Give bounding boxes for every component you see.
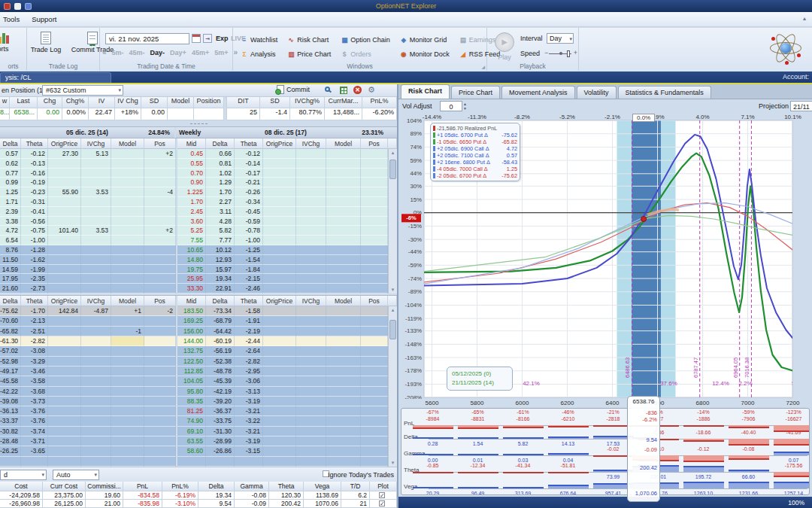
option-row[interactable]: 3.604.28-0.59 <box>177 217 388 227</box>
tab-statistics-fundamentals[interactable]: Statistics & Fundamentals <box>618 86 711 99</box>
col-header-model[interactable]: Model <box>326 296 361 306</box>
option-row[interactable]: -49.17-3.46 <box>0 367 176 376</box>
option-row[interactable]: 0.901.29-0.21 <box>177 178 388 187</box>
col-header-delta[interactable]: Delta <box>206 138 235 149</box>
col-header-origprice[interactable]: OrigPrice <box>263 138 296 149</box>
option-row[interactable]: -39.08-3.73 <box>0 397 176 406</box>
col-header-theta[interactable]: Theta <box>21 296 48 306</box>
col-header-model[interactable]: Model <box>111 138 144 149</box>
trade-log-button[interactable]: Trade Log <box>23 32 68 53</box>
interval-select[interactable]: Day <box>547 33 574 44</box>
tab-price-chart[interactable]: Price Chart <box>451 86 500 99</box>
option-row[interactable]: 21.60-2.73 <box>0 284 176 294</box>
summary-header-pnl-[interactable]: PnL% <box>162 482 198 491</box>
scrollbar-thumb[interactable] <box>389 320 396 339</box>
export-grid-icon[interactable] <box>340 87 347 94</box>
tab-risk-chart[interactable]: Risk Chart <box>401 84 450 99</box>
option-row[interactable]: 112.85-48.78-2.95 <box>177 367 388 376</box>
col-header-theta[interactable]: Theta <box>235 138 263 149</box>
projection-date-input[interactable]: 21/11 <box>790 101 812 111</box>
col-header-mid[interactable]: Mid <box>177 138 206 149</box>
option-row[interactable]: -33.37-3.76 <box>0 416 176 426</box>
rewind-icon[interactable]: « <box>102 48 107 56</box>
commit-button[interactable]: Commit <box>277 85 310 94</box>
calendar-icon[interactable] <box>192 34 201 43</box>
col-header-ivchg[interactable]: IVChg <box>81 138 111 149</box>
option-row[interactable]: 14.59-1.99 <box>0 265 176 275</box>
menu-tools[interactable]: Tools <box>3 15 20 23</box>
summary-header-theta[interactable]: Theta <box>269 482 304 491</box>
option-row[interactable]: 0.450.66-0.12 <box>177 149 388 159</box>
option-row[interactable]: -28.48-3.71 <box>0 437 176 446</box>
option-row[interactable]: 132.75-56.19-2.64 <box>177 346 388 356</box>
option-row[interactable]: 1.25-0.2355.903.53-4 <box>0 187 176 197</box>
option-row[interactable]: 1.702.27-0.34 <box>177 197 388 207</box>
summary-header-plot[interactable]: Plot <box>370 482 397 491</box>
option-row[interactable]: 0.701.02-0.17 <box>177 169 388 178</box>
summary-header-cost[interactable]: Cost <box>0 482 43 491</box>
option-row[interactable]: 14.8012.93-1.54 <box>177 255 388 265</box>
scroll-up-icon[interactable]: ▲ <box>389 306 397 314</box>
option-row[interactable]: 17.95-2.35 <box>0 274 176 284</box>
nav-5m-minus[interactable]: 5m- <box>112 49 124 56</box>
scrollbar[interactable]: ▲▼ <box>388 149 397 294</box>
option-row[interactable]: -65.82-2.51-1 <box>0 327 176 336</box>
current-price-column[interactable]: 6538.76 -836 -6.2% 9.54 -0.09 200.42 1,0… <box>627 396 660 502</box>
option-row[interactable]: 3.38-0.56 <box>0 217 176 227</box>
summary-row[interactable]: -24,209.5823,375.0019.60-834.58-6.19%19.… <box>0 491 397 500</box>
summary-header-delta[interactable]: Delta <box>198 482 235 491</box>
option-row[interactable]: 0.62-0.13 <box>0 159 176 169</box>
vol-adjust-spinner[interactable]: ▲▼ <box>463 101 470 111</box>
option-row[interactable]: 88.35-39.20-3.19 <box>177 397 388 406</box>
option-row[interactable]: -70.60-2.13 <box>0 316 176 326</box>
col-header-pos[interactable]: Pos <box>144 296 176 306</box>
option-row[interactable]: -42.22-3.68 <box>0 387 176 397</box>
option-row[interactable]: 183.50-73.34-1.58 <box>177 306 388 316</box>
option-row[interactable]: -45.58-3.58 <box>0 376 176 386</box>
col-header-mid[interactable]: Mid <box>177 296 206 306</box>
col-header-pos[interactable]: Pos <box>361 138 388 149</box>
option-row[interactable]: 63.55-28.99-3.19 <box>177 437 388 446</box>
price-mode-select[interactable]: d <box>0 470 47 480</box>
nav-5m-plus[interactable]: 5m+ <box>214 49 228 56</box>
option-row[interactable]: -36.13-3.76 <box>0 406 176 416</box>
option-row[interactable]: 81.25-36.37-3.21 <box>177 406 388 416</box>
close-position-icon[interactable]: ✕ <box>353 86 362 94</box>
exp-label[interactable]: Exp <box>216 35 229 42</box>
nav-day-minus[interactable]: Day- <box>150 49 165 56</box>
summary-header-commissi-[interactable]: Commissi... <box>86 482 123 491</box>
dialog-launcher-icon[interactable]: ◢ <box>481 64 485 69</box>
vol-adjust-input[interactable]: 0 <box>440 101 462 111</box>
summary-header-t-d[interactable]: T/D <box>341 482 370 491</box>
option-row[interactable]: 0.57-0.1227.305.13+2 <box>0 149 176 159</box>
summary-row[interactable]: -26,960.9826,125.0021.00-835.98-3.10%9.5… <box>0 500 397 508</box>
ribbon-item-price-chart[interactable]: ▥Price Chart <box>287 47 331 61</box>
nav-day-plus[interactable]: Day+ <box>170 49 186 56</box>
col-header-ivchg[interactable]: IVChg <box>296 296 326 306</box>
option-row[interactable]: 5.255.82-0.78 <box>177 226 388 236</box>
ribbon-item-analysis[interactable]: ΣAnalysis <box>241 47 277 61</box>
nav-45m-minus[interactable]: 45m- <box>129 49 145 56</box>
option-row[interactable]: 95.80-42.19-3.13 <box>177 387 388 397</box>
summary-header-gamma[interactable]: Gamma <box>235 482 269 491</box>
summary-header-curr-cost[interactable]: Curr Cost <box>43 482 86 491</box>
scroll-down-icon[interactable]: ▼ <box>389 286 397 294</box>
option-row[interactable]: 25.9519.34-2.15 <box>177 274 388 284</box>
option-row[interactable]: -61.30-2.82 <box>0 336 176 346</box>
option-row[interactable] <box>177 457 388 467</box>
search-icon[interactable] <box>325 87 330 92</box>
summary-header-vega[interactable]: Vega <box>304 482 341 491</box>
option-row[interactable]: 0.77-0.16 <box>0 169 176 178</box>
auto-select[interactable]: Auto <box>53 470 99 480</box>
speed-slider-thumb[interactable] <box>567 50 570 57</box>
option-row[interactable]: 0.99-0.19 <box>0 178 176 187</box>
document-tab-analysis-cl[interactable]: ysis: /CL <box>0 72 111 83</box>
option-row[interactable]: -30.82-3.74 <box>0 427 176 437</box>
reports-button[interactable]: orts <box>0 32 26 53</box>
ribbon-item-risk-chart[interactable]: ∿Risk Chart <box>287 33 331 47</box>
speed-slider[interactable]: − + <box>544 50 577 56</box>
option-row[interactable]: 10.6510.12-1.25 <box>177 245 388 255</box>
col-header-model[interactable]: Model <box>111 296 144 306</box>
summary-header-pnl[interactable]: PnL <box>123 482 162 491</box>
speed-minus-icon[interactable]: − <box>544 49 548 56</box>
